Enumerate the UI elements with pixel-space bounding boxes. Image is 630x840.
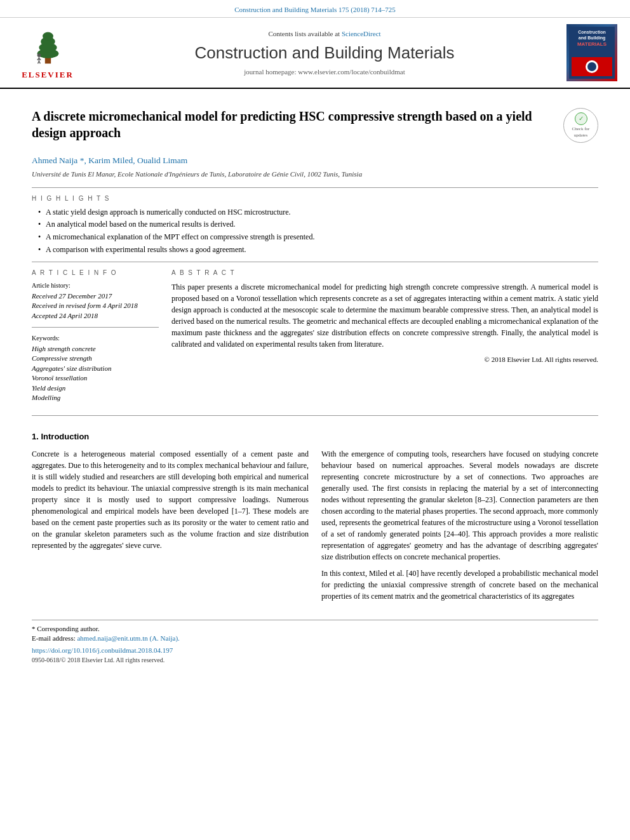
check-updates-badge: ✓ Check for updates xyxy=(563,108,598,143)
journal-citation-bar: Construction and Building Materials 175 … xyxy=(0,0,630,18)
issn-line: 0950-0618/© 2018 Elsevier Ltd. All right… xyxy=(32,656,598,665)
svg-point-5 xyxy=(37,53,41,57)
article-history: Article history: Received 27 December 20… xyxy=(32,281,159,321)
abstract-column: A B S T R A C T This paper presents a di… xyxy=(171,269,598,403)
introduction-section: 1. Introduction Concrete is a heterogene… xyxy=(32,431,598,606)
intro-right-para2: In this context, Miled et al. [40] have … xyxy=(321,568,598,602)
highlights-label: H I G H L I G H T S xyxy=(32,194,598,203)
keyword-1: High strength concrete xyxy=(32,344,159,354)
section-heading: Introduction xyxy=(41,432,89,441)
section-number: 1. xyxy=(32,432,39,441)
check-updates-label: Check for updates xyxy=(572,126,590,139)
highlight-item: An analytical model based on the numeric… xyxy=(38,219,598,230)
elsevier-logo: ELSEVIER xyxy=(13,25,83,81)
elsevier-text: ELSEVIER xyxy=(22,69,74,81)
email-line: E-mail address: ahmed.naija@enit.utm.tn … xyxy=(32,634,598,643)
copyright: © 2018 Elsevier Ltd. All rights reserved… xyxy=(171,355,598,364)
revised-date: Received in revised form 4 April 2018 xyxy=(32,301,159,310)
elsevier-tree-icon xyxy=(24,25,72,67)
journal-title: Construction and Building Materials xyxy=(89,41,560,64)
keyword-4: Voronoï tessellation xyxy=(32,373,159,383)
intro-right-column: With the emergence of computing tools, r… xyxy=(321,448,598,607)
article-info-label: A R T I C L E I N F O xyxy=(32,269,159,277)
history-title: Article history: xyxy=(32,281,159,290)
corresponding-label: * Corresponding author. xyxy=(32,625,100,632)
accepted-date: Accepted 24 April 2018 xyxy=(32,311,159,321)
info-abstract-section: A R T I C L E I N F O Article history: R… xyxy=(32,269,598,403)
keyword-5: Yield design xyxy=(32,383,159,393)
doi-link[interactable]: https://doi.org/10.1016/j.conbuildmat.20… xyxy=(32,646,173,654)
divider-2 xyxy=(32,262,598,262)
intro-left-para1: Concrete is a heterogeneous material com… xyxy=(32,448,309,551)
journal-citation-text: Construction and Building Materials 175 … xyxy=(234,6,396,13)
page-body: A discrete micromechanical model for pre… xyxy=(0,89,630,677)
svg-line-10 xyxy=(39,61,40,63)
divider-3 xyxy=(32,327,159,328)
received-date: Received 27 December 2017 xyxy=(32,291,159,301)
divider-4 xyxy=(32,415,598,416)
intro-columns: Concrete is a heterogeneous material com… xyxy=(32,448,598,607)
divider-1 xyxy=(32,187,598,188)
corresponding-author-note: * Corresponding author. xyxy=(32,624,598,634)
keyword-2: Compressive strength xyxy=(32,354,159,363)
article-info-column: A R T I C L E I N F O Article history: R… xyxy=(32,269,159,403)
keyword-6: Modelling xyxy=(32,393,159,403)
keywords-section: Keywords: High strength concrete Compres… xyxy=(32,334,159,403)
intro-left-column: Concrete is a heterogeneous material com… xyxy=(32,448,309,607)
email-link[interactable]: ahmed.naija@enit.utm.tn (A. Naija). xyxy=(77,634,179,642)
journal-cover-image: Constructionand BuildingMATERIALS xyxy=(566,24,617,81)
science-direct-line: Contents lists available at ScienceDirec… xyxy=(89,29,560,39)
journal-header: ELSEVIER Contents lists available at Sci… xyxy=(0,18,630,89)
intro-section-title: 1. Introduction xyxy=(32,431,598,443)
check-icon: ✓ xyxy=(575,112,587,125)
footnote-area: * Corresponding author. E-mail address: … xyxy=(32,620,598,665)
keyword-3: Aggregates' size distribution xyxy=(32,364,159,373)
journal-header-center: Contents lists available at ScienceDirec… xyxy=(89,29,560,77)
science-direct-link[interactable]: ScienceDirect xyxy=(342,30,381,37)
journal-homepage: journal homepage: www.elsevier.com/locat… xyxy=(89,67,560,77)
highlights-list: A static yield design approach is numeri… xyxy=(32,207,598,255)
svg-point-4 xyxy=(43,32,53,40)
highlights-section: H I G H L I G H T S A static yield desig… xyxy=(32,194,598,255)
abstract-label: A B S T R A C T xyxy=(171,269,598,277)
affiliation: Université de Tunis El Manar, Ecole Nati… xyxy=(32,170,598,179)
doi-line: https://doi.org/10.1016/j.conbuildmat.20… xyxy=(32,646,598,655)
contents-text: Contents lists available at xyxy=(268,30,340,37)
authors-text: Ahmed Naija *, Karim Miled, Oualid Limam xyxy=(32,156,187,165)
keywords-label: Keywords: xyxy=(32,334,159,343)
article-title: A discrete micromechanical model for pre… xyxy=(32,108,557,141)
highlight-item: A comparison with experimental results s… xyxy=(38,244,598,255)
abstract-text: This paper presents a discrete micromech… xyxy=(171,281,598,350)
authors-line: Ahmed Naija *, Karim Miled, Oualid Limam xyxy=(32,155,598,167)
email-label: E-mail address: xyxy=(32,634,76,642)
highlight-item: A micromechanical explanation of the MPT… xyxy=(38,232,598,243)
intro-right-para1: With the emergence of computing tools, r… xyxy=(321,448,598,563)
highlight-item: A static yield design approach is numeri… xyxy=(38,207,598,218)
